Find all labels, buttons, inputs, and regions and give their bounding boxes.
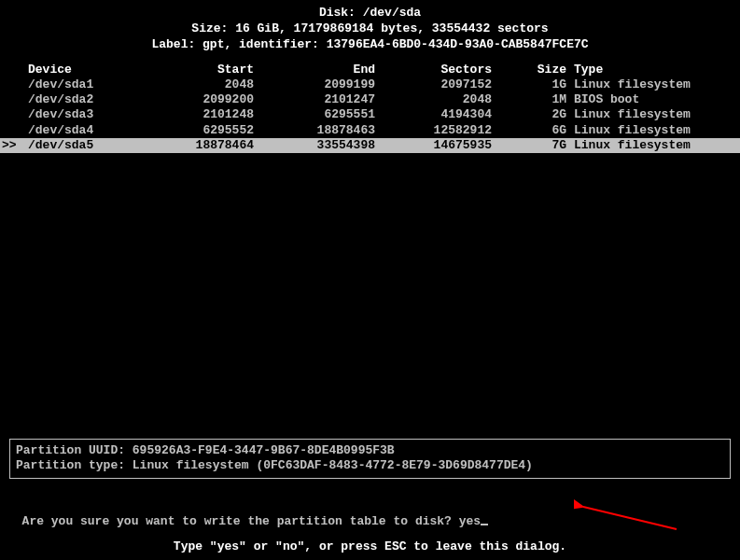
row-device: /dev/sda2 (21, 92, 133, 107)
row-end: 33554398 (254, 138, 375, 153)
col-sectors-header: Sectors (375, 63, 492, 77)
prompt-question: Are you sure you want to write the parti… (22, 514, 459, 528)
partition-info-box: Partition UUID: 695926A3-F9E4-3447-9B67-… (9, 439, 731, 479)
row-marker (0, 107, 21, 122)
row-device: /dev/sda5 (21, 138, 133, 153)
text-cursor (481, 524, 488, 525)
row-type: Linux filesystem (566, 77, 740, 92)
table-row[interactable]: /dev/sda12048209919920971521GLinux files… (0, 77, 740, 92)
table-row[interactable]: /dev/sda32101248629555141943042GLinux fi… (0, 107, 740, 122)
row-start: 6295552 (133, 123, 254, 138)
row-start: 2099200 (133, 92, 254, 107)
svg-line-1 (583, 507, 677, 529)
partition-type-line: Partition type: Linux filesystem (0FC63D… (16, 458, 724, 473)
row-type: Linux filesystem (566, 123, 740, 138)
disk-title: Disk: /dev/sda (0, 6, 740, 21)
row-end: 6295551 (254, 107, 375, 122)
row-sectors: 2097152 (375, 77, 492, 92)
disk-size-line: Size: 16 GiB, 17179869184 bytes, 3355443… (0, 21, 740, 37)
col-size-header: Size (492, 63, 566, 77)
row-sectors: 14675935 (375, 138, 492, 153)
row-type: BIOS boot (566, 92, 740, 107)
partition-table: Device Start End Sectors Size Type /dev/… (0, 63, 740, 154)
row-start: 18878464 (133, 138, 254, 153)
row-device: /dev/sda3 (21, 107, 133, 122)
row-end: 2101247 (254, 92, 375, 107)
table-header-row: Device Start End Sectors Size Type (0, 63, 740, 77)
table-row[interactable]: /dev/sda22099200210124720481MBIOS boot (0, 92, 740, 107)
col-device-header: Device (21, 63, 133, 77)
disk-header: Disk: /dev/sda Size: 16 GiB, 17179869184… (0, 0, 740, 53)
row-size: 7G (492, 138, 566, 153)
prompt-input-value[interactable]: yes (459, 514, 481, 528)
table-row[interactable]: /dev/sda4629555218878463125829126GLinux … (0, 123, 740, 138)
col-type-header: Type (566, 63, 740, 77)
row-type: Linux filesystem (566, 107, 740, 122)
dialog-hint: Type "yes" or "no", or press ESC to leav… (0, 539, 740, 553)
row-type: Linux filesystem (566, 138, 740, 153)
row-device: /dev/sda4 (21, 123, 133, 138)
disk-label-line: Label: gpt, identifier: 13796EA4-6BD0-43… (0, 37, 740, 53)
confirm-prompt[interactable]: Are you sure you want to write the parti… (7, 500, 488, 528)
row-marker (0, 123, 21, 138)
row-sectors: 12582912 (375, 123, 492, 138)
row-end: 18878463 (254, 123, 375, 138)
col-end-header: End (254, 63, 375, 77)
row-size: 6G (492, 123, 566, 138)
row-start: 2101248 (133, 107, 254, 122)
table-row[interactable]: >>/dev/sda51887846433554398146759357GLin… (0, 138, 740, 153)
col-start-header: Start (133, 63, 254, 77)
annotation-arrow-icon (574, 499, 686, 537)
row-size: 1G (492, 77, 566, 92)
row-sectors: 2048 (375, 92, 492, 107)
row-size: 1M (492, 92, 566, 107)
row-marker (0, 92, 21, 107)
row-size: 2G (492, 107, 566, 122)
col-marker-header (0, 63, 21, 77)
row-sectors: 4194304 (375, 107, 492, 122)
partition-uuid-line: Partition UUID: 695926A3-F9E4-3447-9B67-… (16, 443, 724, 458)
row-marker: >> (0, 138, 21, 153)
row-marker (0, 77, 21, 92)
row-end: 2099199 (254, 77, 375, 92)
row-device: /dev/sda1 (21, 77, 133, 92)
row-start: 2048 (133, 77, 254, 92)
